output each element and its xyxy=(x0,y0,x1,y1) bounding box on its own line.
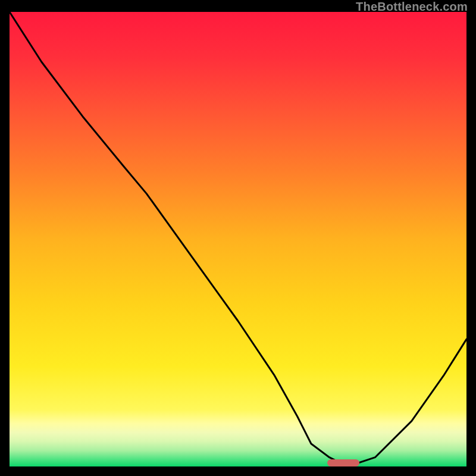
optimal-marker xyxy=(327,459,359,466)
chart-frame: TheBottleneck.com xyxy=(0,0,476,476)
watermark-text: TheBottleneck.com xyxy=(356,0,468,14)
plot-area xyxy=(10,12,466,466)
bottleneck-curve xyxy=(10,12,466,466)
curve-layer xyxy=(10,12,466,466)
